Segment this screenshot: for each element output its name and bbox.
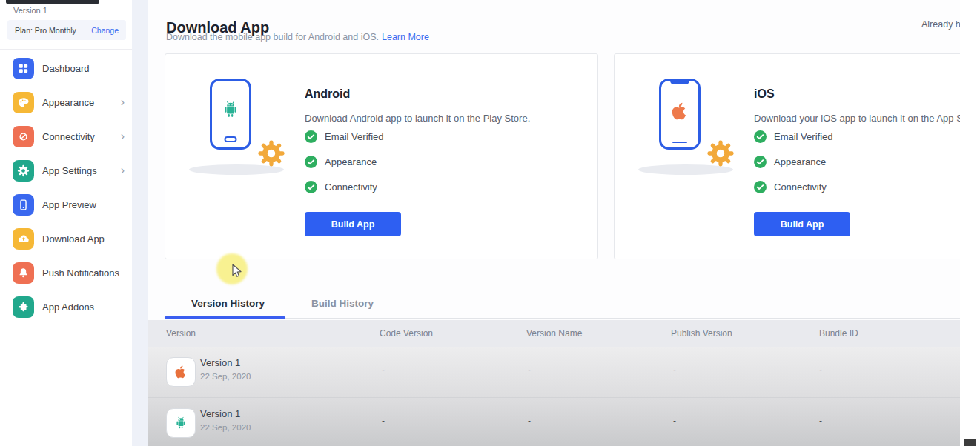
mouse-cursor-icon <box>230 264 245 282</box>
plan-box: Plan: Pro Monthly Change <box>7 20 126 40</box>
sidebar-item-app-settings[interactable]: App Settings <box>0 153 132 187</box>
build-app-button-ios[interactable]: Build App <box>754 212 850 236</box>
row-version-label: Version 1 <box>200 408 240 419</box>
chevron-right-icon <box>121 96 125 108</box>
check-item-label: Email Verified <box>774 131 832 142</box>
check-item-email-verified: Email Verified <box>754 130 832 143</box>
app-name-clipped <box>6 0 99 4</box>
subtitle-text: Download the mobile app build for Androi… <box>166 32 379 42</box>
cell-bundle-id: - <box>819 416 822 426</box>
ios-card: iOS Download your iOS app to launch it o… <box>614 53 980 259</box>
cell-code-version: - <box>382 365 385 375</box>
sidebar-item-app-preview[interactable]: App Preview <box>0 187 132 222</box>
connectivity-icon <box>13 126 34 147</box>
row-date-label: 22 Sep, 2020 <box>200 423 251 432</box>
card-description: Download Android app to launch it on the… <box>305 113 530 124</box>
sidebar-item-dashboard[interactable]: Dashboard <box>0 51 132 85</box>
cell-bundle-id: - <box>819 365 822 375</box>
app-version-label: Version 1 <box>13 6 47 15</box>
check-item-connectivity: Connectivity <box>305 181 377 193</box>
table-body: Version 1 22 Sep, 2020 - - - - Version 1… <box>148 347 960 446</box>
ios-phone-illustration <box>637 73 748 176</box>
check-item-label: Connectivity <box>325 182 377 193</box>
table-row-android: Version 1 22 Sep, 2020 - - - - <box>148 398 960 446</box>
apple-logo-icon <box>669 100 691 125</box>
sidebar-item-label: App Preview <box>42 199 96 210</box>
check-circle-icon <box>305 130 317 143</box>
sidebar-item-label: App Settings <box>42 165 97 176</box>
gear-icon <box>13 160 34 182</box>
sidebar-item-label: Appearance <box>42 97 94 108</box>
download-app-page: Version 1 Plan: Pro Monthly Change Dashb… <box>0 0 980 446</box>
column-header-bundle-id: Bundle ID <box>819 328 858 339</box>
column-header-code-version: Code Version <box>380 328 433 339</box>
already-have-app-link[interactable]: Already ha <box>921 19 966 30</box>
card-platform-title: iOS <box>754 87 775 101</box>
ios-phone <box>659 79 701 150</box>
tab-build-history[interactable]: Build History <box>311 298 374 309</box>
sidebar-item-label: Connectivity <box>42 131 95 142</box>
check-circle-icon <box>754 181 767 193</box>
cell-version-name: - <box>528 416 531 426</box>
sidebar: Version 1 Plan: Pro Monthly Change Dashb… <box>0 0 132 446</box>
card-platform-title: Android <box>305 87 350 101</box>
column-header-version: Version <box>166 328 196 339</box>
tab-version-history[interactable]: Version History <box>191 298 265 309</box>
platform-badge <box>166 408 196 438</box>
check-item-appearance: Appearance <box>305 156 377 168</box>
sidebar-item-appearance[interactable]: Appearance <box>0 85 132 119</box>
row-version-label: Version 1 <box>200 357 240 368</box>
card-description: Download your iOS app to launch it on th… <box>754 113 980 124</box>
cloud-upload-icon <box>13 228 34 250</box>
check-circle-icon <box>305 156 317 168</box>
sidebar-item-app-addons[interactable]: App Addons <box>0 290 132 324</box>
build-app-button-android[interactable]: Build App <box>305 212 401 236</box>
bell-icon <box>13 262 34 284</box>
check-item-connectivity: Connectivity <box>754 181 827 193</box>
check-circle-icon <box>305 181 317 193</box>
phone-icon <box>13 194 34 216</box>
chevron-right-icon <box>121 164 125 176</box>
sidebar-item-label: Dashboard <box>42 63 90 74</box>
phone-notch <box>670 80 689 84</box>
check-item-label: Connectivity <box>774 182 827 193</box>
check-item-label: Appearance <box>325 156 377 167</box>
column-header-publish-version: Publish Version <box>671 328 732 339</box>
android-phone <box>210 79 251 150</box>
palette-icon <box>13 92 34 113</box>
sidebar-divider <box>0 49 132 50</box>
video-corner-mark <box>964 439 976 446</box>
platform-badge <box>166 357 196 387</box>
puzzle-icon <box>13 296 34 318</box>
chevron-right-icon <box>121 130 125 142</box>
sidebar-item-download-app[interactable]: Download App <box>0 222 132 256</box>
check-circle-icon <box>754 156 767 168</box>
cell-version-name: - <box>528 365 531 375</box>
row-date-label: 22 Sep, 2020 <box>200 372 251 381</box>
check-item-label: Appearance <box>774 156 826 167</box>
check-item-label: Email Verified <box>325 131 383 142</box>
gear-decoration-icon <box>706 139 735 167</box>
cell-publish-version: - <box>673 365 676 375</box>
sidebar-nav: Dashboard Appearance Connectivity <box>0 51 132 324</box>
sidebar-item-label: Push Notifications <box>42 267 119 279</box>
sidebar-item-connectivity[interactable]: Connectivity <box>0 119 132 153</box>
gear-decoration-icon <box>257 139 285 167</box>
apple-icon <box>173 364 189 380</box>
check-circle-icon <box>754 130 767 143</box>
android-icon <box>173 415 189 431</box>
dashboard-grid-icon <box>13 58 34 79</box>
plan-label: Plan: Pro Monthly <box>15 26 76 35</box>
sidebar-item-label: App Addons <box>42 302 94 313</box>
plan-change-link[interactable]: Change <box>91 26 119 35</box>
sidebar-item-push-notifications[interactable]: Push Notifications <box>0 256 132 290</box>
check-item-email-verified: Email Verified <box>305 130 383 143</box>
table-header: Version Code Version Version Name Publis… <box>148 320 960 347</box>
phone-home-indicator <box>672 142 687 144</box>
column-header-version-name: Version Name <box>526 328 582 339</box>
cell-code-version: - <box>382 416 385 426</box>
video-frame-edge <box>960 0 980 446</box>
phone-home-button <box>225 136 237 142</box>
learn-more-link[interactable]: Learn More <box>382 32 429 42</box>
cell-publish-version: - <box>673 416 676 426</box>
